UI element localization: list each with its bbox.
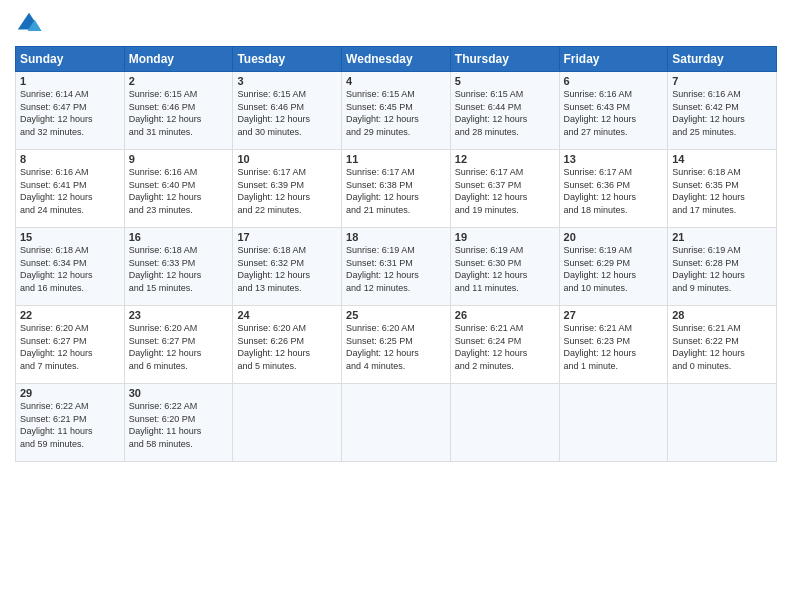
day-cell: 9Sunrise: 6:16 AM Sunset: 6:40 PM Daylig… (124, 150, 233, 228)
day-cell: 12Sunrise: 6:17 AM Sunset: 6:37 PM Dayli… (450, 150, 559, 228)
day-cell: 6Sunrise: 6:16 AM Sunset: 6:43 PM Daylig… (559, 72, 668, 150)
calendar-table: SundayMondayTuesdayWednesdayThursdayFrid… (15, 46, 777, 462)
day-cell: 26Sunrise: 6:21 AM Sunset: 6:24 PM Dayli… (450, 306, 559, 384)
col-header-tuesday: Tuesday (233, 47, 342, 72)
day-number: 14 (672, 153, 772, 165)
day-cell: 27Sunrise: 6:21 AM Sunset: 6:23 PM Dayli… (559, 306, 668, 384)
day-number: 19 (455, 231, 555, 243)
day-number: 12 (455, 153, 555, 165)
day-number: 15 (20, 231, 120, 243)
day-cell: 29Sunrise: 6:22 AM Sunset: 6:21 PM Dayli… (16, 384, 125, 462)
day-number: 29 (20, 387, 120, 399)
day-cell: 5Sunrise: 6:15 AM Sunset: 6:44 PM Daylig… (450, 72, 559, 150)
day-info: Sunrise: 6:16 AM Sunset: 6:42 PM Dayligh… (672, 88, 772, 138)
week-row-1: 1Sunrise: 6:14 AM Sunset: 6:47 PM Daylig… (16, 72, 777, 150)
day-info: Sunrise: 6:22 AM Sunset: 6:21 PM Dayligh… (20, 400, 120, 450)
logo (15, 10, 47, 38)
day-number: 20 (564, 231, 664, 243)
day-cell: 18Sunrise: 6:19 AM Sunset: 6:31 PM Dayli… (342, 228, 451, 306)
day-info: Sunrise: 6:21 AM Sunset: 6:22 PM Dayligh… (672, 322, 772, 372)
day-number: 1 (20, 75, 120, 87)
day-number: 22 (20, 309, 120, 321)
day-cell: 8Sunrise: 6:16 AM Sunset: 6:41 PM Daylig… (16, 150, 125, 228)
day-cell: 24Sunrise: 6:20 AM Sunset: 6:26 PM Dayli… (233, 306, 342, 384)
day-number: 17 (237, 231, 337, 243)
day-cell: 1Sunrise: 6:14 AM Sunset: 6:47 PM Daylig… (16, 72, 125, 150)
day-number: 11 (346, 153, 446, 165)
day-info: Sunrise: 6:18 AM Sunset: 6:33 PM Dayligh… (129, 244, 229, 294)
day-info: Sunrise: 6:20 AM Sunset: 6:27 PM Dayligh… (20, 322, 120, 372)
col-header-saturday: Saturday (668, 47, 777, 72)
day-info: Sunrise: 6:17 AM Sunset: 6:36 PM Dayligh… (564, 166, 664, 216)
header (15, 10, 777, 38)
page: SundayMondayTuesdayWednesdayThursdayFrid… (0, 0, 792, 612)
day-info: Sunrise: 6:15 AM Sunset: 6:45 PM Dayligh… (346, 88, 446, 138)
week-row-3: 15Sunrise: 6:18 AM Sunset: 6:34 PM Dayli… (16, 228, 777, 306)
day-info: Sunrise: 6:19 AM Sunset: 6:31 PM Dayligh… (346, 244, 446, 294)
day-info: Sunrise: 6:21 AM Sunset: 6:24 PM Dayligh… (455, 322, 555, 372)
day-info: Sunrise: 6:18 AM Sunset: 6:35 PM Dayligh… (672, 166, 772, 216)
day-cell (668, 384, 777, 462)
day-cell: 10Sunrise: 6:17 AM Sunset: 6:39 PM Dayli… (233, 150, 342, 228)
week-row-2: 8Sunrise: 6:16 AM Sunset: 6:41 PM Daylig… (16, 150, 777, 228)
day-cell: 11Sunrise: 6:17 AM Sunset: 6:38 PM Dayli… (342, 150, 451, 228)
day-number: 18 (346, 231, 446, 243)
day-cell: 28Sunrise: 6:21 AM Sunset: 6:22 PM Dayli… (668, 306, 777, 384)
day-cell: 20Sunrise: 6:19 AM Sunset: 6:29 PM Dayli… (559, 228, 668, 306)
day-info: Sunrise: 6:15 AM Sunset: 6:46 PM Dayligh… (129, 88, 229, 138)
day-cell (559, 384, 668, 462)
day-info: Sunrise: 6:17 AM Sunset: 6:37 PM Dayligh… (455, 166, 555, 216)
header-row: SundayMondayTuesdayWednesdayThursdayFrid… (16, 47, 777, 72)
day-info: Sunrise: 6:22 AM Sunset: 6:20 PM Dayligh… (129, 400, 229, 450)
day-cell: 3Sunrise: 6:15 AM Sunset: 6:46 PM Daylig… (233, 72, 342, 150)
day-cell: 13Sunrise: 6:17 AM Sunset: 6:36 PM Dayli… (559, 150, 668, 228)
day-number: 23 (129, 309, 229, 321)
day-number: 9 (129, 153, 229, 165)
day-cell: 25Sunrise: 6:20 AM Sunset: 6:25 PM Dayli… (342, 306, 451, 384)
day-info: Sunrise: 6:14 AM Sunset: 6:47 PM Dayligh… (20, 88, 120, 138)
day-info: Sunrise: 6:20 AM Sunset: 6:27 PM Dayligh… (129, 322, 229, 372)
day-number: 10 (237, 153, 337, 165)
day-info: Sunrise: 6:19 AM Sunset: 6:28 PM Dayligh… (672, 244, 772, 294)
day-number: 28 (672, 309, 772, 321)
day-cell: 23Sunrise: 6:20 AM Sunset: 6:27 PM Dayli… (124, 306, 233, 384)
day-info: Sunrise: 6:18 AM Sunset: 6:32 PM Dayligh… (237, 244, 337, 294)
day-number: 6 (564, 75, 664, 87)
week-row-5: 29Sunrise: 6:22 AM Sunset: 6:21 PM Dayli… (16, 384, 777, 462)
day-info: Sunrise: 6:19 AM Sunset: 6:29 PM Dayligh… (564, 244, 664, 294)
col-header-friday: Friday (559, 47, 668, 72)
day-info: Sunrise: 6:16 AM Sunset: 6:43 PM Dayligh… (564, 88, 664, 138)
day-cell: 7Sunrise: 6:16 AM Sunset: 6:42 PM Daylig… (668, 72, 777, 150)
day-cell: 14Sunrise: 6:18 AM Sunset: 6:35 PM Dayli… (668, 150, 777, 228)
day-cell: 17Sunrise: 6:18 AM Sunset: 6:32 PM Dayli… (233, 228, 342, 306)
day-info: Sunrise: 6:15 AM Sunset: 6:46 PM Dayligh… (237, 88, 337, 138)
day-info: Sunrise: 6:17 AM Sunset: 6:39 PM Dayligh… (237, 166, 337, 216)
logo-icon (15, 10, 43, 38)
day-cell: 15Sunrise: 6:18 AM Sunset: 6:34 PM Dayli… (16, 228, 125, 306)
day-info: Sunrise: 6:16 AM Sunset: 6:41 PM Dayligh… (20, 166, 120, 216)
day-cell: 19Sunrise: 6:19 AM Sunset: 6:30 PM Dayli… (450, 228, 559, 306)
day-number: 5 (455, 75, 555, 87)
col-header-sunday: Sunday (16, 47, 125, 72)
week-row-4: 22Sunrise: 6:20 AM Sunset: 6:27 PM Dayli… (16, 306, 777, 384)
day-cell (233, 384, 342, 462)
day-info: Sunrise: 6:17 AM Sunset: 6:38 PM Dayligh… (346, 166, 446, 216)
col-header-monday: Monday (124, 47, 233, 72)
day-number: 3 (237, 75, 337, 87)
day-info: Sunrise: 6:20 AM Sunset: 6:26 PM Dayligh… (237, 322, 337, 372)
day-number: 26 (455, 309, 555, 321)
day-number: 2 (129, 75, 229, 87)
day-number: 30 (129, 387, 229, 399)
day-number: 27 (564, 309, 664, 321)
day-info: Sunrise: 6:18 AM Sunset: 6:34 PM Dayligh… (20, 244, 120, 294)
day-cell (342, 384, 451, 462)
day-number: 7 (672, 75, 772, 87)
day-number: 4 (346, 75, 446, 87)
day-number: 25 (346, 309, 446, 321)
day-info: Sunrise: 6:19 AM Sunset: 6:30 PM Dayligh… (455, 244, 555, 294)
col-header-wednesday: Wednesday (342, 47, 451, 72)
day-info: Sunrise: 6:16 AM Sunset: 6:40 PM Dayligh… (129, 166, 229, 216)
day-info: Sunrise: 6:21 AM Sunset: 6:23 PM Dayligh… (564, 322, 664, 372)
day-cell (450, 384, 559, 462)
day-cell: 30Sunrise: 6:22 AM Sunset: 6:20 PM Dayli… (124, 384, 233, 462)
